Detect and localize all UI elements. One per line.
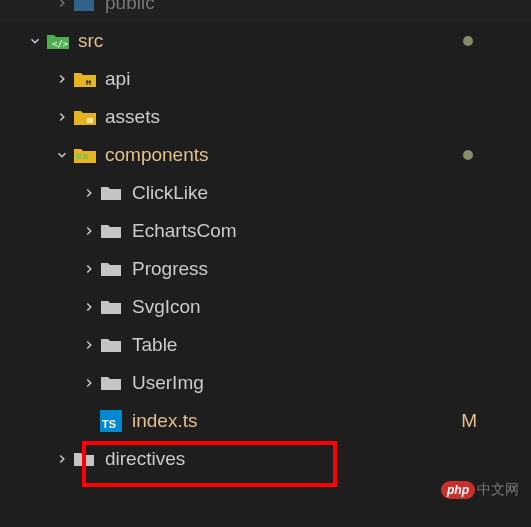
watermark-badge: php	[441, 481, 475, 499]
chevron-right-icon	[78, 186, 100, 200]
tree-item-label: SvgIcon	[132, 296, 201, 318]
tree-item-components[interactable]: components	[0, 136, 531, 174]
tree-item-progress[interactable]: Progress	[0, 250, 531, 288]
tree-item-label: Progress	[132, 258, 208, 280]
tree-item-label: api	[105, 68, 130, 90]
folder-icon	[73, 447, 101, 471]
folder-components-icon	[73, 143, 101, 167]
tree-item-label: src	[78, 30, 103, 52]
tree-item-label: EchartsCom	[132, 220, 237, 242]
folder-icon	[73, 0, 101, 15]
tree-item-label: assets	[105, 106, 160, 128]
chevron-right-icon	[78, 224, 100, 238]
modified-badge: M	[461, 410, 477, 432]
tree-item-label: ClickLike	[132, 182, 208, 204]
tree-item-userimg[interactable]: UserImg	[0, 364, 531, 402]
chevron-down-icon	[51, 148, 73, 162]
tree-item-label: components	[105, 144, 209, 166]
tree-item-label: index.ts	[132, 410, 197, 432]
modified-dot-icon	[463, 150, 473, 160]
folder-icon	[100, 257, 128, 281]
svg-text:</>: </>	[52, 39, 69, 49]
chevron-right-icon	[51, 72, 73, 86]
folder-api-icon	[73, 67, 101, 91]
folder-icon	[100, 219, 128, 243]
tree-item-src[interactable]: </> src	[0, 22, 531, 60]
chevron-right-icon	[78, 262, 100, 276]
folder-icon	[100, 333, 128, 357]
chevron-right-icon	[51, 110, 73, 124]
tree-item-table[interactable]: Table	[0, 326, 531, 364]
tree-item-assets[interactable]: assets	[0, 98, 531, 136]
folder-icon	[100, 295, 128, 319]
tree-item-directives[interactable]: directives	[0, 440, 531, 478]
chevron-down-icon	[24, 34, 46, 48]
chevron-right-icon	[51, 452, 73, 466]
tree-item-api[interactable]: api	[0, 60, 531, 98]
watermark-text: 中文网	[477, 481, 519, 499]
svg-rect-5	[86, 117, 94, 124]
folder-icon	[100, 371, 128, 395]
typescript-file-icon: TS	[100, 409, 128, 433]
tree-item-label: public	[105, 0, 155, 14]
chevron-right-icon	[78, 376, 100, 390]
svg-rect-6	[76, 154, 81, 159]
tree-item-index-ts[interactable]: TS index.ts M	[0, 402, 531, 440]
file-explorer-tree: public </> src api assets	[0, 0, 531, 478]
tree-item-label: directives	[105, 448, 185, 470]
watermark: php 中文网	[441, 481, 519, 499]
tree-item-clicklike[interactable]: ClickLike	[0, 174, 531, 212]
modified-dot-icon	[463, 36, 473, 46]
chevron-right-icon	[78, 338, 100, 352]
folder-assets-icon	[73, 105, 101, 129]
tree-item-label: Table	[132, 334, 177, 356]
tree-item-label: UserImg	[132, 372, 204, 394]
svg-rect-7	[83, 154, 88, 159]
chevron-right-icon	[78, 300, 100, 314]
tree-item-public[interactable]: public	[0, 0, 531, 22]
folder-src-icon: </>	[46, 29, 74, 53]
tree-item-svgicon[interactable]: SvgIcon	[0, 288, 531, 326]
chevron-right-icon	[51, 0, 73, 10]
tree-item-echartscom[interactable]: EchartsCom	[0, 212, 531, 250]
folder-icon	[100, 181, 128, 205]
